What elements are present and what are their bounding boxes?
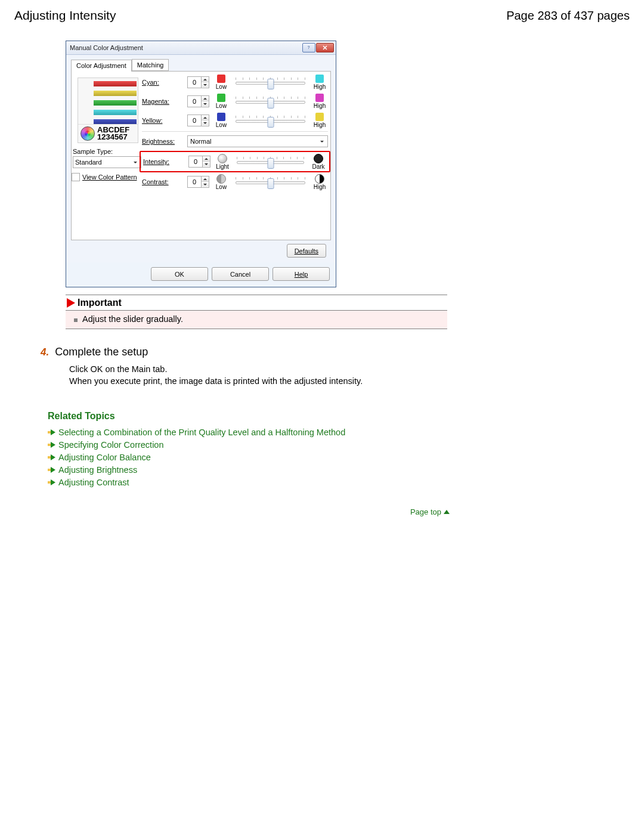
tab-matching[interactable]: Matching <box>132 59 169 71</box>
spin-down-icon[interactable] <box>202 101 209 106</box>
yellow-slider[interactable] <box>233 114 308 126</box>
related-link[interactable]: Specifying Color Correction <box>48 440 630 450</box>
cyan-low-swatch <box>217 75 225 83</box>
contrast-high-label: High <box>314 184 326 190</box>
related-link[interactable]: Adjusting Contrast <box>48 478 630 487</box>
close-icon[interactable] <box>316 43 334 52</box>
tab-color-adjustment[interactable]: Color Adjustment <box>71 60 132 72</box>
magenta-low-label: Low <box>216 103 227 109</box>
spin-down-icon[interactable] <box>202 120 209 125</box>
page-indicator: Page 283 of 437 pages <box>506 9 630 23</box>
cyan-value: 0 <box>187 76 201 88</box>
chevron-down-icon <box>318 137 326 145</box>
brightness-select[interactable]: Normal <box>187 135 328 147</box>
view-color-pattern-label: View Color Pattern <box>82 174 137 181</box>
intensity-spinner[interactable]: 0 <box>188 156 210 168</box>
slider-thumb-icon[interactable] <box>267 158 274 169</box>
arrow-right-icon <box>51 429 55 435</box>
spin-up-icon[interactable] <box>202 96 209 101</box>
contrast-high-icon <box>315 174 324 184</box>
yellow-low-label: Low <box>216 122 227 128</box>
tab-panel-color-adjustment: ABCDEF 1234567 Sample Type: Standard <box>71 72 331 240</box>
yellow-high-swatch <box>315 113 324 121</box>
cyan-slider[interactable] <box>233 76 308 88</box>
cyan-spinner[interactable]: 0 <box>187 76 209 88</box>
pencil-icon <box>79 89 94 98</box>
brightness-value: Normal <box>190 138 211 145</box>
color-preview: ABCDEF 1234567 <box>78 78 138 143</box>
pencil-icon <box>79 99 94 107</box>
page-top-link[interactable]: Page top <box>14 507 644 516</box>
intensity-label: Intensity: <box>143 158 185 165</box>
view-color-pattern-checkbox[interactable] <box>72 173 80 181</box>
sample-type-value: Standard <box>75 159 102 166</box>
intensity-high-label: Dark <box>312 163 324 170</box>
magenta-high-label: High <box>314 103 326 109</box>
related-link-label: Specifying Color Correction <box>58 440 164 450</box>
important-callout: Important Adjust the slider gradually. <box>66 295 447 329</box>
page-top-label: Page top <box>410 507 441 516</box>
dialog-titlebar: Manual Color Adjustment ? <box>66 41 336 55</box>
slider-thumb-icon[interactable] <box>267 178 274 189</box>
intensity-slider[interactable] <box>234 156 306 168</box>
defaults-button[interactable]: Defaults <box>287 244 326 258</box>
cyan-high-label: High <box>314 83 326 90</box>
spin-up-icon[interactable] <box>203 156 210 161</box>
contrast-label: Contrast: <box>142 178 184 185</box>
contrast-slider[interactable] <box>233 176 308 188</box>
spin-up-icon[interactable] <box>202 77 209 82</box>
slider-thumb-icon[interactable] <box>267 117 274 128</box>
cyan-low-label: Low <box>216 83 227 90</box>
sample-type-select[interactable]: Standard <box>73 156 141 168</box>
pencil-icon <box>79 80 94 88</box>
spin-up-icon[interactable] <box>202 176 209 181</box>
slider-thumb-icon[interactable] <box>267 79 274 89</box>
magenta-value: 0 <box>187 95 201 107</box>
spin-up-icon[interactable] <box>202 115 209 120</box>
intensity-low-label: Light <box>216 163 229 170</box>
help-button-icon[interactable]: ? <box>302 43 315 52</box>
cyan-label: Cyan: <box>142 79 184 86</box>
arrow-up-icon <box>444 510 450 514</box>
related-link-label: Adjusting Contrast <box>58 478 129 487</box>
arrow-right-icon <box>51 467 55 473</box>
brightness-label: Brightness: <box>142 138 184 145</box>
important-heading: Important <box>78 298 122 308</box>
step-body-line2: When you execute print, the image data i… <box>69 375 458 387</box>
magenta-spinner[interactable]: 0 <box>187 95 209 107</box>
arrow-right-icon <box>51 454 55 460</box>
contrast-spinner[interactable]: 0 <box>187 176 209 188</box>
related-link[interactable]: Adjusting Brightness <box>48 465 630 475</box>
arrow-right-icon <box>51 479 55 485</box>
related-link[interactable]: Selecting a Combination of the Print Qua… <box>48 428 630 437</box>
svg-text:?: ? <box>308 45 310 50</box>
sample-type-label: Sample Type: <box>73 148 141 155</box>
cyan-high-swatch <box>315 75 324 83</box>
spin-down-icon[interactable] <box>203 161 210 166</box>
spin-down-icon[interactable] <box>202 82 209 87</box>
contrast-low-icon <box>216 174 226 184</box>
yellow-value: 0 <box>187 114 201 126</box>
important-text: Adjust the slider gradually. <box>82 314 183 324</box>
spin-down-icon[interactable] <box>202 181 209 187</box>
related-link[interactable]: Adjusting Color Balance <box>48 453 630 462</box>
step-title: Complete the setup <box>55 346 148 358</box>
yellow-high-label: High <box>314 122 326 128</box>
step-number: 4. <box>41 346 49 358</box>
step-body-line1: Click OK on the Main tab. <box>69 363 458 375</box>
yellow-spinner[interactable]: 0 <box>187 114 209 126</box>
related-link-label: Selecting a Combination of the Print Qua… <box>58 428 345 437</box>
related-link-label: Adjusting Brightness <box>58 465 137 475</box>
intensity-light-icon <box>218 154 227 163</box>
ok-button[interactable]: OK <box>151 267 208 281</box>
contrast-low-label: Low <box>216 184 227 190</box>
slider-thumb-icon[interactable] <box>267 98 274 109</box>
pencil-icon <box>79 109 94 117</box>
yellow-low-swatch <box>217 113 225 121</box>
magenta-low-swatch <box>217 94 225 102</box>
help-button[interactable]: Help <box>273 267 330 281</box>
color-wheel-icon <box>80 126 95 141</box>
magenta-slider[interactable] <box>233 95 308 107</box>
cancel-button[interactable]: Cancel <box>212 267 269 281</box>
intensity-dark-icon <box>314 154 323 163</box>
